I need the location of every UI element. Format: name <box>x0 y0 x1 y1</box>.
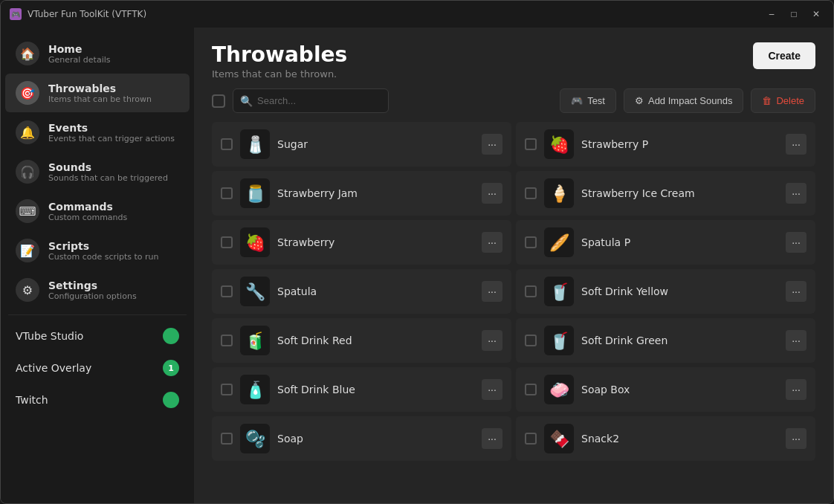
item-checkbox-strawberry-jam[interactable] <box>221 187 233 199</box>
item-thumb-soap: 🫧 <box>240 424 270 453</box>
item-menu-btn-snack2[interactable]: ··· <box>786 428 806 449</box>
item-thumb-spatula-p: 🥖 <box>544 227 574 257</box>
item-checkbox-soft-drink-yellow[interactable] <box>525 285 537 297</box>
item-menu-btn-strawberry-jam[interactable]: ··· <box>482 183 502 204</box>
app-title: VTuber Fun ToolKit (VTFTK) <box>28 9 146 19</box>
sidebar-status-active-overlay[interactable]: Active Overlay 1 <box>5 352 190 384</box>
add-impact-sounds-button[interactable]: ⚙ Add Impact Sounds <box>624 88 743 113</box>
sidebar-label-group-events: Events Events that can trigger actions <box>48 122 175 143</box>
item-menu-btn-spatula[interactable]: ··· <box>482 281 502 302</box>
test-icon: 🎮 <box>571 95 583 106</box>
item-row-soft-drink-red[interactable]: 🧃 Soft Drink Red ··· <box>212 318 511 363</box>
sidebar-status-vtube-studio[interactable]: VTube Studio <box>5 320 190 352</box>
sidebar-label-sub-throwables: Items that can be thrown <box>48 94 152 104</box>
app-icon: 🎮 <box>10 8 22 20</box>
sidebar-item-scripts[interactable]: 📝 Scripts Custom code scripts to run <box>5 231 190 270</box>
item-row-soft-drink-yellow[interactable]: 🥤 Soft Drink Yellow ··· <box>516 269 815 314</box>
item-name-spatula-p: Spatula P <box>581 236 778 248</box>
item-name-strawberry: Strawberry <box>277 236 474 248</box>
impact-label: Add Impact Sounds <box>648 95 732 106</box>
item-checkbox-snack2[interactable] <box>525 433 537 445</box>
search-input[interactable] <box>233 88 389 113</box>
item-menu-btn-spatula-p[interactable]: ··· <box>786 232 806 253</box>
test-button[interactable]: 🎮 Test <box>560 88 616 113</box>
item-checkbox-soft-drink-green[interactable] <box>525 335 537 346</box>
item-menu-btn-soft-drink-blue[interactable]: ··· <box>482 379 502 400</box>
item-row-soft-drink-green[interactable]: 🥤 Soft Drink Green ··· <box>516 318 815 363</box>
item-thumb-soft-drink-red: 🧃 <box>240 326 270 355</box>
sidebar-item-events[interactable]: 🔔 Events Events that can trigger actions <box>5 113 190 152</box>
item-checkbox-strawberry-ice-cream[interactable] <box>525 187 537 199</box>
item-menu-btn-strawberry-p[interactable]: ··· <box>786 134 806 155</box>
item-menu-btn-soft-drink-green[interactable]: ··· <box>786 330 806 351</box>
delete-button[interactable]: 🗑 Delete <box>751 88 815 113</box>
search-icon: 🔍 <box>240 95 253 107</box>
item-name-soft-drink-yellow: Soft Drink Yellow <box>581 285 778 297</box>
title-bar: 🎮 VTuber Fun ToolKit (VTFTK) – □ ✕ <box>1 1 833 28</box>
test-label: Test <box>587 95 605 106</box>
sidebar-label-sub-settings: Configuration options <box>48 291 137 301</box>
maximize-button[interactable]: □ <box>786 6 802 22</box>
item-menu-btn-soap-box[interactable]: ··· <box>786 379 806 400</box>
item-checkbox-soft-drink-blue[interactable] <box>221 384 233 395</box>
sidebar-item-commands[interactable]: ⌨ Commands Custom commands <box>5 192 190 230</box>
impact-icon: ⚙ <box>635 95 644 106</box>
item-row-strawberry-p[interactable]: 🍓 Strawberry P ··· <box>516 122 815 167</box>
item-row-soap[interactable]: 🫧 Soap ··· <box>212 416 511 461</box>
sidebar-item-home[interactable]: 🏠 Home General details <box>5 34 190 73</box>
sidebar-icon-settings: ⚙ <box>16 278 39 302</box>
item-thumb-soap-box: 🧼 <box>544 375 574 404</box>
item-row-strawberry-ice-cream[interactable]: 🍦 Strawberry Ice Cream ··· <box>516 171 815 216</box>
close-button[interactable]: ✕ <box>808 6 824 22</box>
item-row-spatula[interactable]: 🔧 Spatula ··· <box>212 269 511 314</box>
item-thumb-soft-drink-green: 🥤 <box>544 326 574 355</box>
sidebar-icon-events: 🔔 <box>16 120 39 144</box>
sidebar-item-sounds[interactable]: 🎧 Sounds Sounds that can be triggered <box>5 152 190 191</box>
sidebar-icon-commands: ⌨ <box>16 199 39 223</box>
window-controls: – □ ✕ <box>763 6 824 22</box>
page-subtitle: Items that can be thrown. <box>212 68 347 80</box>
status-label-active-overlay: Active Overlay <box>16 362 154 374</box>
sidebar-label-group-settings: Settings Configuration options <box>48 280 137 301</box>
item-name-soft-drink-blue: Soft Drink Blue <box>277 384 474 395</box>
sidebar-label-group-commands: Commands Custom commands <box>48 201 127 222</box>
status-label-twitch: Twitch <box>16 394 154 406</box>
create-button[interactable]: Create <box>753 42 815 69</box>
item-row-soft-drink-blue[interactable]: 🧴 Soft Drink Blue ··· <box>212 367 511 412</box>
item-name-snack2: Snack2 <box>581 433 778 445</box>
sidebar-item-throwables[interactable]: 🎯 Throwables Items that can be thrown <box>5 74 190 112</box>
minimize-button[interactable]: – <box>763 6 780 22</box>
item-menu-btn-soft-drink-yellow[interactable]: ··· <box>786 281 806 302</box>
item-menu-btn-strawberry[interactable]: ··· <box>482 232 502 253</box>
item-row-snack2[interactable]: 🍫 Snack2 ··· <box>516 416 815 461</box>
item-row-soap-box[interactable]: 🧼 Soap Box ··· <box>516 367 815 412</box>
item-row-sugar[interactable]: 🧂 Sugar ··· <box>212 122 511 167</box>
item-checkbox-soap-box[interactable] <box>525 384 537 395</box>
item-menu-btn-soft-drink-red[interactable]: ··· <box>482 330 502 351</box>
item-checkbox-strawberry[interactable] <box>221 236 233 248</box>
delete-icon: 🗑 <box>762 95 772 106</box>
main-header: Throwables Items that can be thrown. Cre… <box>194 28 833 88</box>
item-row-strawberry[interactable]: 🍓 Strawberry ··· <box>212 220 511 265</box>
sidebar-status-twitch[interactable]: Twitch <box>5 384 190 416</box>
item-name-soap-box: Soap Box <box>581 384 778 395</box>
item-row-strawberry-jam[interactable]: 🫙 Strawberry Jam ··· <box>212 171 511 216</box>
item-checkbox-sugar[interactable] <box>221 138 233 150</box>
item-checkbox-strawberry-p[interactable] <box>525 138 537 150</box>
item-checkbox-soft-drink-red[interactable] <box>221 335 233 346</box>
item-name-soft-drink-green: Soft Drink Green <box>581 335 778 346</box>
item-menu-btn-soap[interactable]: ··· <box>482 428 502 449</box>
title-bar-left: 🎮 VTuber Fun ToolKit (VTFTK) <box>10 8 146 20</box>
item-checkbox-soap[interactable] <box>221 433 233 445</box>
item-row-spatula-p[interactable]: 🥖 Spatula P ··· <box>516 220 815 265</box>
select-all-checkbox[interactable] <box>212 94 225 108</box>
sidebar-label-title-scripts: Scripts <box>48 240 159 252</box>
sidebar-label-group-throwables: Throwables Items that can be thrown <box>48 83 152 104</box>
toolbar: 🔍 🎮 Test ⚙ Add Impact Sounds 🗑 Delete <box>194 88 833 122</box>
item-menu-btn-strawberry-ice-cream[interactable]: ··· <box>786 183 806 204</box>
sidebar-item-settings[interactable]: ⚙ Settings Configuration options <box>5 271 190 309</box>
item-checkbox-spatula[interactable] <box>221 285 233 297</box>
item-menu-btn-sugar[interactable]: ··· <box>482 134 502 155</box>
item-checkbox-spatula-p[interactable] <box>525 236 537 248</box>
item-name-sugar: Sugar <box>277 138 474 150</box>
